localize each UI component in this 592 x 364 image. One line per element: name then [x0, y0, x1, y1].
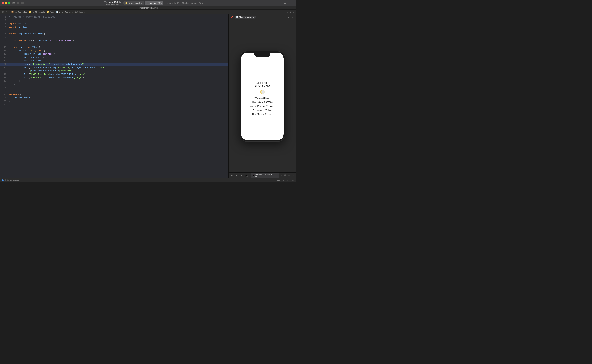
- code-content-16: Text("\(moon.ageOfMoon.days) days, \(moo…: [9, 66, 227, 73]
- close-button[interactable]: [2, 2, 4, 4]
- line-num-25: 25: [1, 100, 6, 103]
- line-num-11: 11: [1, 49, 6, 52]
- pause-preview-button[interactable]: ⏸: [235, 174, 239, 177]
- code-line-22: 22: [0, 90, 229, 93]
- status-dots: [2, 179, 9, 181]
- preview-expand-buttons: ⤡ ⊟ ⤢: [284, 16, 294, 19]
- code-line-25: 25 }: [0, 100, 229, 103]
- window-controls: ■ ▶: [12, 2, 24, 5]
- titlebar: ■ ▶ TinyMoonMobile test-moon-model 📁 Tin…: [0, 0, 296, 6]
- tab-label: Voyager 2 (2): [150, 2, 161, 4]
- preview-header: 📌 📄 SimpleMoonView ⤡ ⊟ ⤢: [229, 14, 296, 20]
- preview-tab-label: SimpleMoonView: [239, 16, 254, 18]
- code-content-22: [9, 90, 227, 93]
- expand-left-button[interactable]: ⤡: [284, 16, 287, 19]
- code-content-25: }: [9, 100, 227, 103]
- svg-rect-0: [13, 2, 15, 3]
- add-tab-button[interactable]: ＋: [289, 1, 291, 5]
- code-content-18: Text("New Moon in \(moon.daysTillNewMoon…: [9, 76, 227, 79]
- device-selector[interactable]: 📱 Automatic – iPhone 15 Pro ▾: [251, 173, 279, 178]
- nav-forward-button[interactable]: ›: [8, 10, 10, 13]
- file-icon: 📄: [236, 16, 238, 18]
- code-content-26: [9, 103, 227, 106]
- code-line-2: 2: [0, 19, 229, 22]
- pin-button[interactable]: 📌: [230, 16, 233, 19]
- date-label: July 24, 2024: [256, 82, 269, 84]
- tab-tinymoonmobile[interactable]: 📁 TinyMoonMobile: [123, 1, 144, 5]
- run-preview-button[interactable]: ▶: [230, 174, 234, 177]
- code-content-12: Text(moon.date.toString()): [9, 52, 227, 56]
- split-view-button[interactable]: ⊟: [288, 16, 290, 19]
- zoom-in-button[interactable]: +: [288, 174, 290, 177]
- project-title: TinyMoonMobile test-moon-model: [104, 1, 121, 5]
- grid-icon[interactable]: ⊞: [290, 11, 291, 13]
- traffic-lights: [2, 2, 10, 4]
- expand-button[interactable]: ⤢: [291, 16, 294, 19]
- breadcrumb-views[interactable]: 📁 Views: [47, 11, 54, 13]
- run-button[interactable]: ▶: [21, 2, 24, 5]
- code-line-1: 1 // Created by manny_lopez on 7/22/24.: [0, 15, 229, 19]
- minimize-button[interactable]: [5, 2, 7, 4]
- moon-emoji: [260, 89, 265, 95]
- line-num-13: 13: [1, 56, 6, 59]
- stop-button[interactable]: ■: [17, 2, 20, 5]
- code-content-6: struct SimpleMoonView: View {: [9, 32, 227, 36]
- code-content-9: [9, 42, 227, 46]
- line-num-9: 9: [1, 42, 6, 46]
- code-line-19: 19 }: [0, 79, 229, 83]
- breadcrumb-tinymoonmobile-proj[interactable]: 📦 TinyMoonMobile: [11, 11, 27, 13]
- line-num-16: 16: [1, 66, 6, 69]
- device-label: Automatic – iPhone 15 Pro: [255, 174, 276, 177]
- code-line-8: 8 private let moon = TinyMoon.calculateM…: [0, 39, 229, 42]
- code-content-21: }: [9, 86, 227, 90]
- zoom-fit-button[interactable]: ⤡: [291, 174, 294, 177]
- moon-name-label: Waning Gibbous: [255, 97, 270, 99]
- file-title: SimpleMoonView.swift: [138, 7, 157, 9]
- status-dot-stop: [7, 179, 9, 181]
- breadcrumb-simplemoonview[interactable]: 📄 SimpleMoonView: [56, 11, 73, 13]
- inspect-preview-button[interactable]: ⊞: [240, 174, 243, 177]
- snapshot-button[interactable]: 📷: [245, 174, 248, 177]
- run-controls: ☁ ＋ ⊡: [283, 1, 294, 5]
- line-num-5: 5: [1, 29, 6, 32]
- status-expand-button[interactable]: ⊟: [292, 179, 294, 182]
- code-editor[interactable]: 1 // Created by manny_lopez on 7/22/24. …: [0, 14, 229, 178]
- zoom-out-button[interactable]: −: [280, 174, 283, 177]
- line-num-14: 14: [1, 59, 6, 63]
- editor-controls: ⤢ ⊞ ⚙: [287, 11, 294, 13]
- nav-back-button[interactable]: ‹: [5, 10, 8, 13]
- zoom-reset-button[interactable]: ⊡: [284, 174, 287, 177]
- project-subtitle-label: test-moon-model: [106, 3, 119, 5]
- expand-icon[interactable]: ⤢: [287, 11, 289, 13]
- sidebar-toggle-button[interactable]: [12, 2, 15, 5]
- breadcrumb-bar: ⊞ ‹ › 📦 TinyMoonMobile › 📁 TinyMoonMobil…: [0, 10, 296, 14]
- code-line-20: 20 }: [0, 83, 229, 86]
- code-content-23: #Preview {: [9, 93, 227, 96]
- tab-voyager[interactable]: 📱 Voyager 2 (2): [145, 1, 163, 5]
- line-num-3: 3: [1, 22, 6, 25]
- line-num-22: 22: [1, 90, 6, 93]
- code-content-7: [9, 36, 227, 39]
- phone-icon: 📱: [147, 2, 149, 4]
- app-date-time: July 24, 2024 6:22:49 PM PDT: [255, 81, 270, 88]
- code-content-10: var body: some View {: [9, 46, 227, 49]
- cloud-icon[interactable]: ☁: [283, 1, 286, 5]
- split-view-button[interactable]: ⊡: [292, 1, 294, 5]
- maximize-button[interactable]: [8, 2, 10, 4]
- titlebar-center: TinyMoonMobile test-moon-model 📁 TinyMoo…: [25, 1, 282, 5]
- preview-content: July 24, 2024 6:22:49 PM PDT Waning: [229, 20, 296, 172]
- line-num-23: 23: [1, 93, 6, 96]
- code-line-7: 7: [0, 36, 229, 39]
- code-line-5: 5: [0, 29, 229, 32]
- line-num-20: 20: [1, 83, 6, 86]
- line-num-26: 26: [1, 103, 6, 106]
- line-indicator: Line: 26: [277, 179, 284, 181]
- preview-tab[interactable]: 📄 SimpleMoonView: [235, 16, 256, 19]
- new-moon-label: New Moon in 11 days: [252, 113, 272, 115]
- sidebar-icon-btn[interactable]: ⊞: [2, 10, 5, 13]
- breadcrumb-tinymoonmobile-folder[interactable]: 📁 TinyMoonMobile: [29, 11, 45, 13]
- settings-icon[interactable]: ⚙: [292, 11, 294, 13]
- svg-rect-1: [13, 3, 15, 3]
- code-content-14: Text(moon.name): [9, 59, 227, 63]
- tab-bar: 📁 TinyMoonMobile 📱 Voyager 2 (2): [123, 1, 164, 5]
